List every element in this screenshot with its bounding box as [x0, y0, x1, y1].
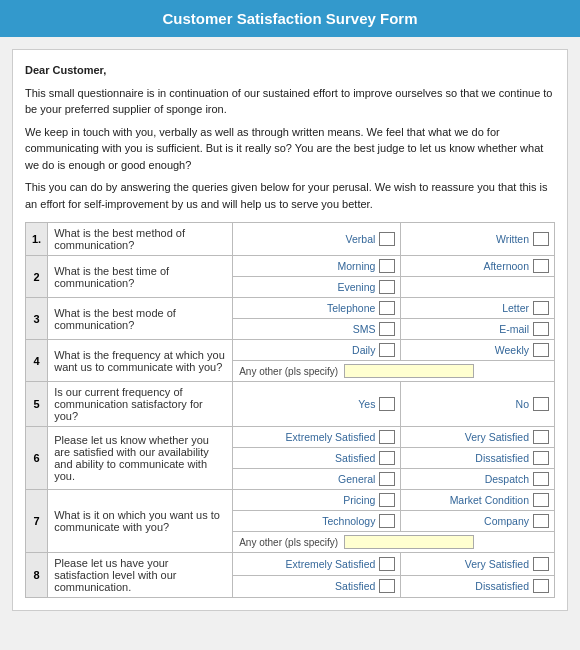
specify-input[interactable]: [344, 535, 474, 549]
option-left: Daily: [233, 340, 401, 361]
option-label: Daily: [352, 344, 375, 356]
table-row: 5Is our current frequency of communicati…: [26, 382, 555, 427]
checkbox[interactable]: [533, 301, 549, 315]
option-left: Extremely Satisfied: [233, 553, 401, 576]
question-text: Is our current frequency of communicatio…: [48, 382, 233, 427]
option-right: Letter: [401, 298, 555, 319]
checkbox[interactable]: [533, 259, 549, 273]
question-text: Please let us have your satisfaction lev…: [48, 553, 233, 598]
checkbox[interactable]: [533, 557, 549, 571]
checkbox[interactable]: [379, 493, 395, 507]
option-left: Morning: [233, 256, 401, 277]
intro-section: Dear Customer, This small questionnaire …: [25, 62, 555, 212]
specify-cell: Any other (pls specify): [233, 532, 555, 553]
specify-cell: Any other (pls specify): [233, 361, 555, 382]
checkbox[interactable]: [379, 451, 395, 465]
option-label: Despatch: [485, 473, 529, 485]
checkbox[interactable]: [379, 322, 395, 336]
table-row: 4What is the frequency at which you want…: [26, 340, 555, 361]
option-right: Weekly: [401, 340, 555, 361]
option-label: Telephone: [327, 302, 375, 314]
page-title: Customer Satisfaction Survey Form: [0, 0, 580, 37]
checkbox[interactable]: [533, 397, 549, 411]
option-label: Pricing: [343, 494, 375, 506]
checkbox[interactable]: [533, 579, 549, 593]
question-number: 4: [26, 340, 48, 382]
option-left: Verbal: [233, 223, 401, 256]
option-right: Dissatisfied: [401, 575, 555, 598]
option-left: Technology: [233, 511, 401, 532]
question-number: 5: [26, 382, 48, 427]
checkbox[interactable]: [533, 430, 549, 444]
question-number: 6: [26, 427, 48, 490]
option-label: General: [338, 473, 375, 485]
checkbox[interactable]: [379, 579, 395, 593]
question-number: 3: [26, 298, 48, 340]
intro-p3: This you can do by answering the queries…: [25, 179, 555, 212]
option-right: E-mail: [401, 319, 555, 340]
checkbox[interactable]: [379, 472, 395, 486]
option-label: Verbal: [346, 233, 376, 245]
question-text: What is it on which you want us to commu…: [48, 490, 233, 553]
table-row: 8Please let us have your satisfaction le…: [26, 553, 555, 576]
option-label: Satisfied: [335, 580, 375, 592]
checkbox[interactable]: [533, 514, 549, 528]
specify-label: Any other (pls specify): [239, 366, 338, 377]
checkbox[interactable]: [533, 472, 549, 486]
table-row: 2What is the best time of communication?…: [26, 256, 555, 277]
option-left: Telephone: [233, 298, 401, 319]
checkbox[interactable]: [379, 514, 395, 528]
option-label: Company: [484, 515, 529, 527]
option-left: Pricing: [233, 490, 401, 511]
question-text: What is the best mode of communication?: [48, 298, 233, 340]
table-row: 7What is it on which you want us to comm…: [26, 490, 555, 511]
checkbox[interactable]: [533, 343, 549, 357]
option-label: Afternoon: [483, 260, 529, 272]
question-number: 2: [26, 256, 48, 298]
checkbox[interactable]: [379, 259, 395, 273]
option-left: Satisfied: [233, 575, 401, 598]
option-right: [401, 277, 555, 298]
checkbox[interactable]: [379, 557, 395, 571]
option-right: No: [401, 382, 555, 427]
question-text: Please let us know whether you are satis…: [48, 427, 233, 490]
option-label: Very Satisfied: [465, 558, 529, 570]
checkbox[interactable]: [379, 397, 395, 411]
checkbox[interactable]: [533, 451, 549, 465]
option-label: Market Condition: [450, 494, 529, 506]
option-right: Dissatisfied: [401, 448, 555, 469]
option-left: Evening: [233, 277, 401, 298]
checkbox[interactable]: [533, 493, 549, 507]
option-left: Satisfied: [233, 448, 401, 469]
option-label: Extremely Satisfied: [286, 558, 376, 570]
intro-p1: This small questionnaire is in continuat…: [25, 85, 555, 118]
option-label: Morning: [337, 260, 375, 272]
survey-table: 1.What is the best method of communicati…: [25, 222, 555, 598]
option-label: Evening: [337, 281, 375, 293]
checkbox[interactable]: [379, 301, 395, 315]
option-right: Afternoon: [401, 256, 555, 277]
specify-label: Any other (pls specify): [239, 537, 338, 548]
checkbox[interactable]: [533, 322, 549, 336]
question-number: 8: [26, 553, 48, 598]
option-label: SMS: [353, 323, 376, 335]
option-label: Written: [496, 233, 529, 245]
option-label: Extremely Satisfied: [286, 431, 376, 443]
option-label: Satisfied: [335, 452, 375, 464]
option-label: Dissatisfied: [475, 580, 529, 592]
checkbox[interactable]: [379, 280, 395, 294]
specify-input[interactable]: [344, 364, 474, 378]
option-label: Dissatisfied: [475, 452, 529, 464]
option-label: Yes: [358, 398, 375, 410]
checkbox[interactable]: [379, 343, 395, 357]
checkbox[interactable]: [379, 232, 395, 246]
option-left: SMS: [233, 319, 401, 340]
checkbox[interactable]: [379, 430, 395, 444]
checkbox[interactable]: [533, 232, 549, 246]
option-right: Market Condition: [401, 490, 555, 511]
question-text: What is the best time of communication?: [48, 256, 233, 298]
table-row: 6Please let us know whether you are sati…: [26, 427, 555, 448]
option-left: Yes: [233, 382, 401, 427]
table-row: 3What is the best mode of communication?…: [26, 298, 555, 319]
question-number: 7: [26, 490, 48, 553]
